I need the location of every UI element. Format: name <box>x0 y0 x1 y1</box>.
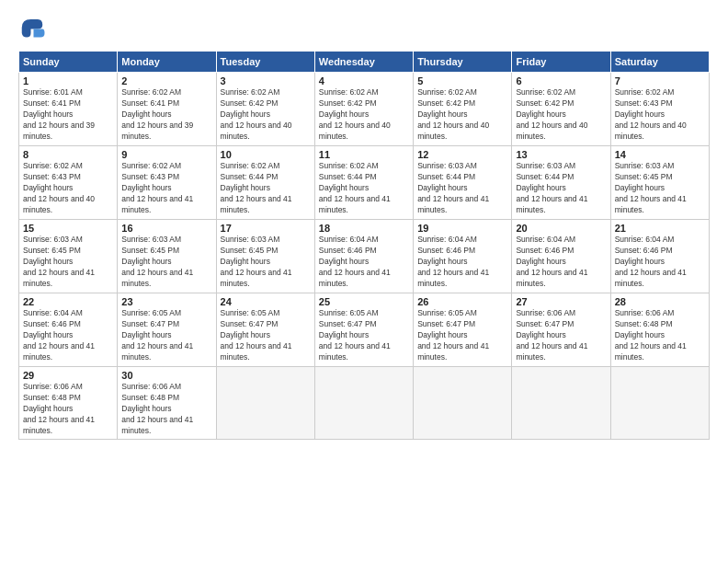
day-info: Sunrise: 6:05 AM Sunset: 6:47 PM Dayligh… <box>121 308 211 362</box>
sunset-label: Sunset: 6:47 PM <box>516 319 574 328</box>
weekday-header-friday: Friday <box>512 52 610 73</box>
weekday-header-wednesday: Wednesday <box>314 52 413 73</box>
calendar-cell <box>512 367 610 440</box>
day-info: Sunrise: 6:06 AM Sunset: 6:47 PM Dayligh… <box>516 308 606 362</box>
sunrise-label: Sunrise: 6:04 AM <box>615 235 675 244</box>
daylight-label: Daylight hours <box>23 183 73 192</box>
daylight-hours: and 12 hours and 41 minutes. <box>417 268 489 288</box>
day-number: 17 <box>221 223 311 234</box>
day-number: 8 <box>23 149 113 160</box>
weekday-header-saturday: Saturday <box>610 52 709 73</box>
day-number: 16 <box>121 223 211 234</box>
daylight-label: Daylight hours <box>23 404 73 413</box>
calendar-cell: 20 Sunrise: 6:04 AM Sunset: 6:46 PM Dayl… <box>512 220 610 293</box>
sunset-label: Sunset: 6:45 PM <box>23 246 81 255</box>
daylight-hours: and 12 hours and 40 minutes. <box>23 194 95 214</box>
daylight-label: Daylight hours <box>615 257 665 266</box>
day-info: Sunrise: 6:02 AM Sunset: 6:42 PM Dayligh… <box>417 87 507 142</box>
daylight-hours: and 12 hours and 40 minutes. <box>417 121 489 141</box>
day-info: Sunrise: 6:01 AM Sunset: 6:41 PM Dayligh… <box>23 87 113 142</box>
daylight-label: Daylight hours <box>121 404 171 413</box>
calendar-cell: 30 Sunrise: 6:06 AM Sunset: 6:48 PM Dayl… <box>118 367 216 440</box>
day-info: Sunrise: 6:03 AM Sunset: 6:44 PM Dayligh… <box>516 161 606 215</box>
sunrise-label: Sunrise: 6:03 AM <box>417 161 477 170</box>
day-info: Sunrise: 6:03 AM Sunset: 6:45 PM Dayligh… <box>221 235 311 289</box>
calendar-cell <box>414 367 512 440</box>
logo <box>18 14 50 41</box>
daylight-hours: and 12 hours and 41 minutes. <box>319 268 391 288</box>
sunrise-label: Sunrise: 6:01 AM <box>23 87 83 97</box>
calendar-week-1: 8 Sunrise: 6:02 AM Sunset: 6:43 PM Dayli… <box>19 146 710 220</box>
sunset-label: Sunset: 6:47 PM <box>221 319 279 328</box>
daylight-label: Daylight hours <box>121 109 171 119</box>
daylight-label: Daylight hours <box>615 330 665 339</box>
sunset-label: Sunset: 6:46 PM <box>516 246 574 255</box>
calendar-cell: 2 Sunrise: 6:02 AM Sunset: 6:41 PM Dayli… <box>118 73 216 146</box>
day-number: 12 <box>417 149 507 160</box>
day-number: 7 <box>615 75 705 86</box>
day-number: 26 <box>417 296 507 307</box>
sunset-label: Sunset: 6:44 PM <box>417 172 475 181</box>
daylight-label: Daylight hours <box>417 330 467 339</box>
day-info: Sunrise: 6:02 AM Sunset: 6:43 PM Dayligh… <box>121 161 211 215</box>
day-info: Sunrise: 6:02 AM Sunset: 6:42 PM Dayligh… <box>221 87 311 142</box>
day-info: Sunrise: 6:06 AM Sunset: 6:48 PM Dayligh… <box>615 308 705 362</box>
day-number: 27 <box>516 296 606 307</box>
day-number: 22 <box>23 296 113 307</box>
sunset-label: Sunset: 6:48 PM <box>23 393 81 402</box>
daylight-hours: and 12 hours and 41 minutes. <box>417 341 489 362</box>
calendar-cell: 22 Sunrise: 6:04 AM Sunset: 6:46 PM Dayl… <box>19 293 118 367</box>
daylight-hours: and 12 hours and 41 minutes. <box>121 341 193 362</box>
calendar-cell: 3 Sunrise: 6:02 AM Sunset: 6:42 PM Dayli… <box>216 73 314 146</box>
sunrise-label: Sunrise: 6:03 AM <box>615 161 675 170</box>
daylight-label: Daylight hours <box>417 183 467 192</box>
daylight-label: Daylight hours <box>516 183 565 192</box>
day-info: Sunrise: 6:03 AM Sunset: 6:45 PM Dayligh… <box>121 235 211 289</box>
sunset-label: Sunset: 6:42 PM <box>319 98 377 108</box>
daylight-hours: and 12 hours and 40 minutes. <box>516 121 587 141</box>
calendar-cell: 10 Sunrise: 6:02 AM Sunset: 6:44 PM Dayl… <box>216 146 314 220</box>
day-info: Sunrise: 6:04 AM Sunset: 6:46 PM Dayligh… <box>615 235 705 289</box>
sunset-label: Sunset: 6:48 PM <box>121 393 179 402</box>
sunrise-label: Sunrise: 6:02 AM <box>615 87 675 97</box>
day-info: Sunrise: 6:03 AM Sunset: 6:45 PM Dayligh… <box>615 161 705 215</box>
calendar-cell: 11 Sunrise: 6:02 AM Sunset: 6:44 PM Dayl… <box>314 146 413 220</box>
sunrise-label: Sunrise: 6:04 AM <box>516 235 575 244</box>
daylight-hours: and 12 hours and 41 minutes. <box>516 341 587 362</box>
day-number: 30 <box>121 370 211 381</box>
day-info: Sunrise: 6:06 AM Sunset: 6:48 PM Dayligh… <box>121 382 211 436</box>
daylight-hours: and 12 hours and 40 minutes. <box>221 121 292 141</box>
daylight-hours: and 12 hours and 41 minutes. <box>23 415 95 435</box>
daylight-label: Daylight hours <box>121 257 171 266</box>
daylight-label: Daylight hours <box>516 109 565 119</box>
daylight-hours: and 12 hours and 41 minutes. <box>23 268 95 288</box>
sunset-label: Sunset: 6:46 PM <box>23 319 81 328</box>
daylight-hours: and 12 hours and 40 minutes. <box>319 121 391 141</box>
sunrise-label: Sunrise: 6:03 AM <box>516 161 575 170</box>
sunset-label: Sunset: 6:45 PM <box>221 246 279 255</box>
calendar-cell: 24 Sunrise: 6:05 AM Sunset: 6:47 PM Dayl… <box>216 293 314 367</box>
daylight-label: Daylight hours <box>23 257 73 266</box>
daylight-hours: and 12 hours and 41 minutes. <box>417 194 489 214</box>
sunrise-label: Sunrise: 6:06 AM <box>121 382 181 391</box>
daylight-label: Daylight hours <box>319 330 369 339</box>
daylight-label: Daylight hours <box>417 257 467 266</box>
sunrise-label: Sunrise: 6:06 AM <box>516 308 575 317</box>
sunrise-label: Sunrise: 6:04 AM <box>23 308 83 317</box>
calendar-cell: 18 Sunrise: 6:04 AM Sunset: 6:46 PM Dayl… <box>314 220 413 293</box>
calendar-cell <box>610 367 709 440</box>
weekday-header-row: SundayMondayTuesdayWednesdayThursdayFrid… <box>19 52 710 73</box>
daylight-hours: and 12 hours and 41 minutes. <box>23 341 95 362</box>
calendar-cell: 16 Sunrise: 6:03 AM Sunset: 6:45 PM Dayl… <box>118 220 216 293</box>
day-number: 29 <box>23 370 113 381</box>
day-info: Sunrise: 6:04 AM Sunset: 6:46 PM Dayligh… <box>417 235 507 289</box>
daylight-label: Daylight hours <box>319 257 369 266</box>
header <box>18 14 710 41</box>
daylight-hours: and 12 hours and 41 minutes. <box>516 194 587 214</box>
sunrise-label: Sunrise: 6:02 AM <box>23 161 83 170</box>
sunset-label: Sunset: 6:43 PM <box>121 172 179 181</box>
daylight-label: Daylight hours <box>23 109 73 119</box>
day-info: Sunrise: 6:04 AM Sunset: 6:46 PM Dayligh… <box>516 235 606 289</box>
daylight-hours: and 12 hours and 41 minutes. <box>221 341 292 362</box>
sunset-label: Sunset: 6:42 PM <box>516 98 574 108</box>
